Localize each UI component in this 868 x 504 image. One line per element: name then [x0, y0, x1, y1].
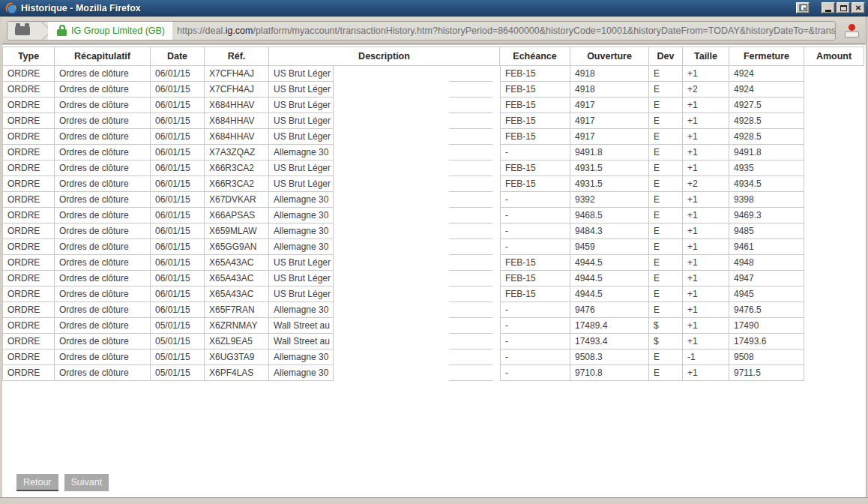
cell-taille: +1	[683, 271, 729, 286]
description-spacer-cell	[449, 224, 492, 239]
back-button[interactable]: Retour	[16, 474, 58, 491]
cell-description: Allemagne 30	[269, 208, 500, 224]
cell-taille: -1	[683, 350, 729, 365]
navigation-bar: IG Group Limited (GB) https://deal.ig.co…	[2, 17, 865, 44]
cell-type: ORDRE	[2, 365, 55, 381]
window-menu-button[interactable]	[796, 2, 810, 14]
cell-date: 06/01/15	[151, 176, 205, 192]
cell-ouv: 4944.5	[570, 286, 649, 302]
next-button[interactable]: Suivant	[64, 474, 109, 491]
description-text: US Brut Léger	[269, 66, 334, 82]
cell-ferm: 4947	[729, 271, 804, 286]
cell-ech: -	[500, 350, 570, 365]
cell-ouv: 9484.3	[570, 224, 649, 239]
maximize-button[interactable]	[837, 2, 850, 14]
table-row: ORDREOrdres de clôture06/01/15X65A43ACUS…	[2, 286, 866, 302]
cell-dev: E	[649, 239, 683, 255]
cell-taille: +1	[683, 160, 729, 176]
cell-recap: Ordres de clôture	[55, 208, 151, 224]
cell-recap: Ordres de clôture	[55, 66, 151, 82]
cell-ref: X67DVKAR	[205, 192, 269, 208]
table-row: ORDREOrdres de clôture06/01/15X7A3ZQAZAl…	[2, 145, 866, 160]
description-text: US Brut Léger	[269, 82, 334, 98]
url-input[interactable]: https://deal.ig.com/platform/myaccount/t…	[172, 22, 835, 40]
cell-ech: -	[500, 239, 570, 255]
cell-taille: +1	[683, 334, 729, 350]
cell-ferm: 9398	[729, 192, 804, 208]
cell-ref: X684HHAV	[205, 113, 269, 129]
column-header-ref: Réf.	[205, 46, 269, 66]
cell-ferm: 4924	[729, 82, 804, 98]
cell-ech: FEB-15	[500, 176, 570, 192]
cell-amount	[804, 98, 864, 113]
cell-amount	[804, 113, 864, 129]
cell-ferm: 17493.6	[729, 334, 804, 350]
maximize-icon	[840, 5, 847, 11]
cell-type: ORDRE	[2, 334, 55, 350]
window-controls: ✕	[796, 2, 865, 14]
cell-ech: FEB-15	[500, 98, 570, 113]
cell-ech: -	[500, 192, 570, 208]
description-spacer-cell	[449, 160, 492, 176]
cell-ferm: 4927.5	[729, 98, 804, 113]
description-spacer-cell	[449, 66, 492, 82]
cell-description: Allemagne 30	[269, 302, 500, 318]
site-identity-button[interactable]: IG Group Limited (GB)	[48, 22, 172, 40]
table-row: ORDREOrdres de clôture06/01/15X65GG9ANAl…	[2, 239, 866, 255]
cell-type: ORDRE	[2, 192, 55, 208]
table-row: ORDREOrdres de clôture06/01/15X65A43ACUS…	[2, 255, 866, 271]
cell-taille: +1	[683, 286, 729, 302]
cell-ferm: 9711.5	[729, 365, 804, 381]
cell-dev: E	[649, 224, 683, 239]
cell-ferm: 4935	[729, 160, 804, 176]
table-row: ORDREOrdres de clôture05/01/15X6ZL9EA5Wa…	[2, 334, 866, 350]
cell-amount	[804, 318, 864, 334]
cell-date: 05/01/15	[151, 318, 205, 334]
description-text: Allemagne 30	[269, 224, 334, 239]
description-spacer-cell	[449, 350, 492, 365]
cell-recap: Ordres de clôture	[55, 350, 151, 365]
cell-amount	[804, 286, 864, 302]
table-row: ORDREOrdres de clôture06/01/15X659MLAWAl…	[2, 224, 866, 239]
cell-ech: FEB-15	[500, 286, 570, 302]
cell-ech: -	[500, 318, 570, 334]
description-spacer-cell	[449, 145, 492, 160]
cell-ouv: 4917	[570, 113, 649, 129]
account-person-icon[interactable]	[845, 24, 860, 38]
description-spacer-cell	[449, 113, 492, 129]
pagination: Retour Suivant	[16, 474, 109, 491]
cell-taille: +2	[683, 82, 729, 98]
cell-type: ORDRE	[2, 98, 55, 113]
cell-ouv: 4944.5	[570, 255, 649, 271]
cell-ouv: 9491.8	[570, 145, 649, 160]
cell-description: Wall Street au	[269, 318, 500, 334]
description-spacer-cell	[449, 192, 492, 208]
cell-ouv: 9392	[570, 192, 649, 208]
cell-ouv: 9710.8	[570, 365, 649, 381]
cell-taille: +1	[683, 192, 729, 208]
cell-ouv: 9468.5	[570, 208, 649, 224]
table-row: ORDREOrdres de clôture06/01/15X684HHAVUS…	[2, 113, 866, 129]
url-bar[interactable]: IG Group Limited (GB) https://deal.ig.co…	[7, 21, 836, 40]
cell-ferm: 9461	[729, 239, 804, 255]
cell-taille: +1	[683, 113, 729, 129]
description-text: Allemagne 30	[269, 145, 334, 160]
cell-description: Allemagne 30	[269, 239, 500, 255]
cell-amount	[804, 302, 864, 318]
cell-ref: X6ZRNMAY	[205, 318, 269, 334]
cell-recap: Ordres de clôture	[55, 271, 151, 286]
cell-dev: E	[649, 365, 683, 381]
minimize-button[interactable]	[822, 2, 835, 14]
cell-taille: +1	[683, 129, 729, 145]
table-row: ORDREOrdres de clôture06/01/15X67DVKARAl…	[2, 192, 866, 208]
cell-recap: Ordres de clôture	[55, 113, 151, 129]
cell-amount	[804, 82, 864, 98]
cell-ref: X6ZL9EA5	[205, 334, 269, 350]
table-row: ORDREOrdres de clôture06/01/15X7CFH4AJUS…	[2, 82, 866, 98]
cell-description: US Brut Léger	[269, 113, 500, 129]
description-spacer-cell	[449, 271, 492, 286]
cell-amount	[804, 208, 864, 224]
table-row: ORDREOrdres de clôture06/01/15X66R3CA2US…	[2, 176, 866, 192]
close-button[interactable]: ✕	[852, 2, 865, 14]
description-text: Allemagne 30	[269, 239, 334, 255]
